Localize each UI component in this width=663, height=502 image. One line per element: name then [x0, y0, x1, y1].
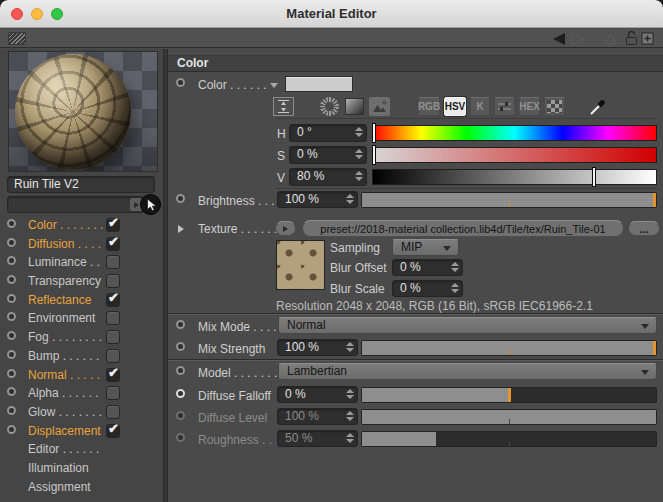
brightness-field[interactable]: 100 %: [277, 191, 358, 208]
channel-preview-radio[interactable]: [7, 238, 16, 247]
channel-enable-checkbox[interactable]: [106, 349, 120, 363]
channel-row-displacement[interactable]: Displacement ✔: [0, 422, 163, 441]
channel-preview-radio[interactable]: [7, 275, 16, 284]
value-stepper[interactable]: [345, 194, 354, 204]
sampling-dropdown[interactable]: MIP: [392, 239, 459, 256]
channel-row-alpha[interactable]: Alpha . . . . . .: [0, 384, 163, 403]
blur-offset-field[interactable]: 0 %: [392, 259, 463, 276]
texture-thumbnail[interactable]: [276, 240, 325, 290]
value-stepper[interactable]: [345, 389, 354, 399]
compact-ui-button[interactable]: [273, 97, 294, 116]
channel-preview-radio[interactable]: [7, 294, 16, 303]
model-radio[interactable]: [176, 366, 185, 375]
expand-triangle-icon[interactable]: [178, 225, 184, 233]
node-editor-button[interactable]: [140, 194, 161, 215]
swatches-button[interactable]: [544, 97, 565, 116]
mode-rgb-button[interactable]: RGB: [418, 97, 440, 116]
material-name-input[interactable]: Ruin Tile V2: [7, 176, 155, 193]
channel-preview-radio[interactable]: [7, 425, 16, 434]
saturation-slider-handle[interactable]: [372, 145, 376, 165]
channel-row-environment[interactable]: Environment: [0, 309, 163, 328]
slider-handle[interactable]: [653, 341, 656, 355]
channel-enable-checkbox[interactable]: [106, 255, 120, 269]
channel-enable-checkbox[interactable]: ✔: [106, 218, 120, 232]
value-stepper[interactable]: [354, 149, 363, 159]
filter-input[interactable]: [7, 196, 144, 213]
material-preview[interactable]: [8, 51, 158, 172]
new-window-button[interactable]: [641, 31, 654, 46]
mix-strength-radio[interactable]: [176, 342, 185, 351]
channel-enable-checkbox[interactable]: ✔: [106, 293, 120, 307]
brightness-slider[interactable]: [361, 192, 657, 208]
channel-preview-radio[interactable]: [7, 219, 16, 228]
channel-preview-radio[interactable]: [7, 331, 16, 340]
channel-enable-checkbox[interactable]: [106, 274, 120, 288]
diffuse-falloff-slider[interactable]: [361, 387, 657, 403]
mode-hex-button[interactable]: HEX: [519, 97, 540, 116]
channel-enable-checkbox[interactable]: [106, 386, 120, 400]
channel-enable-checkbox[interactable]: [106, 330, 120, 344]
channel-preview-radio[interactable]: [7, 312, 16, 321]
channel-row-color[interactable]: Color . . . . . . . ✔: [0, 216, 163, 235]
slider-handle[interactable]: [508, 388, 511, 402]
sidebar-item-assignment[interactable]: Assignment: [0, 478, 163, 497]
titlebar[interactable]: Material Editor: [0, 0, 663, 28]
mix-strength-slider[interactable]: [361, 340, 657, 356]
blur-scale-field[interactable]: 0 %: [392, 280, 463, 297]
spectrum-button[interactable]: [344, 97, 365, 116]
channel-preview-radio[interactable]: [7, 369, 16, 378]
channel-row-fog[interactable]: Fog . . . . . . . .: [0, 328, 163, 347]
chevron-down-icon[interactable]: [270, 83, 278, 88]
channel-row-luminance[interactable]: Luminance . .: [0, 253, 163, 272]
channel-enable-checkbox[interactable]: ✔: [106, 424, 120, 438]
value-stepper[interactable]: [450, 262, 459, 272]
image-picker-button[interactable]: [369, 97, 390, 116]
mixer-mode-button[interactable]: [494, 97, 515, 116]
drag-grip-icon[interactable]: [8, 32, 26, 45]
diffuse-falloff-radio[interactable]: [176, 389, 185, 398]
channel-preview-radio[interactable]: [7, 350, 16, 359]
brightness-radio[interactable]: [176, 194, 185, 203]
channel-enable-checkbox[interactable]: [106, 405, 120, 419]
channel-preview-radio[interactable]: [7, 256, 16, 265]
mix-mode-radio[interactable]: [176, 320, 185, 329]
hue-slider-handle[interactable]: [372, 123, 376, 143]
channel-row-glow[interactable]: Glow . . . . . . .: [0, 403, 163, 422]
hue-value-field[interactable]: 0 °: [289, 124, 367, 142]
saturation-slider[interactable]: [372, 147, 657, 163]
color-wheel-button[interactable]: [319, 97, 340, 116]
brightness-value-field[interactable]: 80 %: [289, 168, 367, 186]
channel-preview-radio[interactable]: [7, 387, 16, 396]
sidebar-item-editor[interactable]: Editor . . . . . .: [0, 440, 163, 459]
channel-row-reflectance[interactable]: Reflectance ✔: [0, 291, 163, 310]
sidebar-item-illumination[interactable]: Illumination: [0, 459, 163, 478]
mix-mode-dropdown[interactable]: Normal: [278, 317, 657, 334]
texture-popup-button[interactable]: [275, 221, 296, 236]
color-swatch[interactable]: [285, 76, 353, 92]
hue-slider[interactable]: [372, 125, 657, 141]
saturation-value-field[interactable]: 0 %: [289, 146, 367, 164]
channel-row-bump[interactable]: Bump . . . . . .: [0, 347, 163, 366]
channel-row-diffusion[interactable]: Diffusion . . . . ✔: [0, 235, 163, 254]
texture-path-field[interactable]: preset://2018-material collection.lib4d/…: [302, 220, 624, 237]
value-stepper[interactable]: [354, 127, 363, 137]
diffuse-falloff-field[interactable]: 0 %: [277, 386, 358, 403]
eyedropper-button[interactable]: [588, 97, 608, 116]
texture-browse-button[interactable]: ...: [628, 221, 660, 236]
history-forward-button[interactable]: [569, 31, 587, 46]
value-stepper[interactable]: [450, 283, 459, 293]
value-slider-handle[interactable]: [592, 167, 596, 187]
channel-enable-checkbox[interactable]: ✔: [106, 237, 120, 251]
channel-row-normal[interactable]: Normal . . . . . ✔: [0, 366, 163, 385]
channel-enable-checkbox[interactable]: [106, 311, 120, 325]
channel-row-transparency[interactable]: Transparency: [0, 272, 163, 291]
lock-button[interactable]: [625, 31, 638, 46]
channel-enable-checkbox[interactable]: ✔: [106, 368, 120, 382]
mix-strength-field[interactable]: 100 %: [277, 339, 358, 356]
channel-preview-radio[interactable]: [7, 406, 16, 415]
mode-hsv-button[interactable]: HSV: [444, 97, 466, 116]
model-dropdown[interactable]: Lambertian: [278, 363, 657, 380]
color-preview-radio[interactable]: [176, 78, 185, 87]
history-back-button[interactable]: [550, 31, 568, 46]
slider-handle[interactable]: [653, 193, 656, 207]
